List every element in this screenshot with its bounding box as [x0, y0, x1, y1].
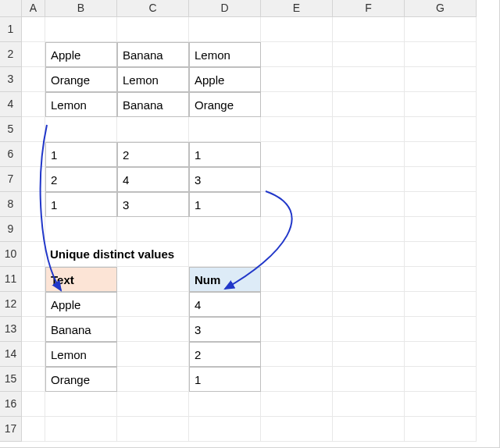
cell[interactable] — [22, 267, 45, 292]
cell[interactable] — [117, 417, 189, 442]
cell[interactable] — [117, 317, 189, 342]
col-header[interactable]: G — [405, 0, 477, 17]
cell[interactable] — [261, 267, 333, 292]
num-cell[interactable]: 2 — [117, 142, 189, 167]
cell[interactable] — [405, 417, 477, 442]
row-header[interactable]: 17 — [0, 417, 22, 442]
row-header[interactable]: 16 — [0, 392, 22, 417]
cell[interactable] — [333, 142, 405, 167]
cell[interactable] — [261, 292, 333, 317]
fruit-cell[interactable]: Banana — [117, 42, 189, 67]
num-cell[interactable]: 1 — [45, 192, 117, 217]
cell[interactable] — [405, 367, 477, 392]
cell[interactable] — [117, 292, 189, 317]
cell[interactable] — [261, 217, 333, 242]
row-header[interactable]: 3 — [0, 67, 22, 92]
row-header[interactable]: 7 — [0, 167, 22, 192]
row-header[interactable]: 9 — [0, 217, 22, 242]
cell[interactable] — [333, 67, 405, 92]
cell[interactable] — [333, 192, 405, 217]
cell[interactable] — [189, 417, 261, 442]
col-header[interactable]: E — [261, 0, 333, 17]
cell[interactable] — [333, 217, 405, 242]
cell[interactable] — [261, 117, 333, 142]
num-cell[interactable]: 3 — [189, 167, 261, 192]
cell[interactable] — [333, 17, 405, 42]
cell[interactable] — [189, 242, 261, 267]
cell[interactable] — [261, 392, 333, 417]
cell[interactable] — [333, 367, 405, 392]
num-cell[interactable]: 1 — [45, 142, 117, 167]
cell[interactable] — [22, 67, 45, 92]
cell[interactable] — [117, 342, 189, 367]
num-cell[interactable]: 1 — [189, 192, 261, 217]
fruit-cell[interactable]: Lemon — [117, 67, 189, 92]
row-header[interactable]: 2 — [0, 42, 22, 67]
cell[interactable] — [261, 142, 333, 167]
cell[interactable] — [333, 42, 405, 67]
cell[interactable] — [405, 292, 477, 317]
fruit-cell[interactable]: Apple — [45, 42, 117, 67]
row-header[interactable]: 12 — [0, 292, 22, 317]
cell[interactable] — [189, 17, 261, 42]
cell[interactable] — [405, 142, 477, 167]
cell[interactable] — [22, 92, 45, 117]
cell[interactable] — [405, 92, 477, 117]
cell[interactable] — [261, 192, 333, 217]
fruit-cell[interactable]: Apple — [189, 67, 261, 92]
unique-text-cell[interactable]: Orange — [45, 367, 117, 392]
cell[interactable] — [261, 317, 333, 342]
cell[interactable] — [333, 242, 405, 267]
cell[interactable] — [333, 292, 405, 317]
cell[interactable] — [22, 142, 45, 167]
header-text[interactable]: Text — [45, 267, 117, 292]
cell[interactable] — [261, 367, 333, 392]
fruit-cell[interactable]: Orange — [189, 92, 261, 117]
row-header[interactable]: 10 — [0, 242, 22, 267]
cell[interactable] — [22, 342, 45, 367]
cell[interactable] — [117, 392, 189, 417]
cell[interactable] — [333, 117, 405, 142]
unique-text-cell[interactable]: Lemon — [45, 342, 117, 367]
cell[interactable] — [261, 242, 333, 267]
cell[interactable] — [333, 167, 405, 192]
header-num[interactable]: Num — [189, 267, 261, 292]
cell[interactable] — [405, 117, 477, 142]
cell[interactable] — [189, 117, 261, 142]
row-header[interactable]: 14 — [0, 342, 22, 367]
cell[interactable] — [405, 192, 477, 217]
cell[interactable] — [22, 392, 45, 417]
cell[interactable] — [22, 367, 45, 392]
cell[interactable] — [405, 217, 477, 242]
fruit-cell[interactable]: Lemon — [45, 92, 117, 117]
unique-num-cell[interactable]: 4 — [189, 292, 261, 317]
num-cell[interactable]: 1 — [189, 142, 261, 167]
cell[interactable] — [333, 92, 405, 117]
cell[interactable] — [22, 417, 45, 442]
num-cell[interactable]: 2 — [45, 167, 117, 192]
unique-num-cell[interactable]: 2 — [189, 342, 261, 367]
cell[interactable] — [261, 342, 333, 367]
unique-num-cell[interactable]: 1 — [189, 367, 261, 392]
cell[interactable] — [22, 117, 45, 142]
cell[interactable] — [22, 292, 45, 317]
row-header[interactable]: 8 — [0, 192, 22, 217]
section-title[interactable]: Unique distinct values — [45, 242, 117, 267]
cell[interactable] — [22, 167, 45, 192]
cell[interactable] — [405, 17, 477, 42]
row-header[interactable]: 4 — [0, 92, 22, 117]
cell[interactable] — [117, 117, 189, 142]
cell[interactable] — [45, 417, 117, 442]
cell[interactable] — [261, 17, 333, 42]
num-cell[interactable]: 4 — [117, 167, 189, 192]
cell[interactable] — [22, 17, 45, 42]
row-header[interactable]: 5 — [0, 117, 22, 142]
cell[interactable] — [405, 342, 477, 367]
unique-num-cell[interactable]: 3 — [189, 317, 261, 342]
fruit-cell[interactable]: Orange — [45, 67, 117, 92]
cell[interactable] — [333, 342, 405, 367]
cell[interactable] — [117, 17, 189, 42]
col-header[interactable]: F — [333, 0, 405, 17]
cell[interactable] — [405, 317, 477, 342]
cell[interactable] — [22, 217, 45, 242]
